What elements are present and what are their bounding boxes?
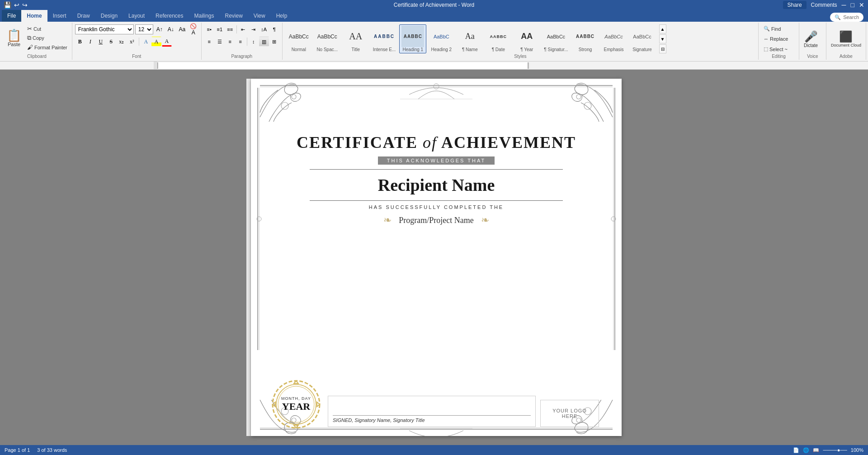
tab-draw[interactable]: Draw bbox=[72, 10, 95, 22]
find-button[interactable]: 🔍 Find bbox=[761, 24, 783, 33]
quick-access-save[interactable]: 💾 bbox=[4, 1, 11, 9]
font-size-select[interactable]: 12 bbox=[135, 24, 153, 34]
tab-help[interactable]: Help bbox=[271, 10, 293, 22]
copy-button[interactable]: ⧉ Copy bbox=[25, 33, 69, 43]
shrink-font-button[interactable]: A↓ bbox=[166, 24, 176, 34]
align-right-button[interactable]: ≡ bbox=[225, 37, 235, 47]
search-box[interactable]: 🔍 Search bbox=[830, 13, 863, 22]
style-signature-line[interactable]: AaBbCc ¶ Signatur... bbox=[542, 24, 570, 53]
replace-button[interactable]: ↔ Replace bbox=[761, 35, 790, 43]
style-no-spacing[interactable]: AaBbCc No Spac... bbox=[314, 24, 341, 53]
style-intense-emphasis[interactable]: AABBC Intense E... bbox=[371, 24, 398, 53]
tab-view[interactable]: View bbox=[248, 10, 271, 22]
share-button[interactable]: Share bbox=[783, 1, 807, 9]
superscript-button[interactable]: x² bbox=[127, 37, 137, 47]
underline-button[interactable]: U bbox=[96, 37, 106, 47]
tab-home[interactable]: Home bbox=[21, 10, 47, 22]
grow-font-button[interactable]: A↑ bbox=[155, 24, 165, 34]
tab-references[interactable]: References bbox=[150, 10, 189, 22]
bold-button[interactable]: B bbox=[75, 37, 85, 47]
tab-layout[interactable]: Layout bbox=[123, 10, 150, 22]
style-normal[interactable]: AaBbCc Normal bbox=[285, 24, 312, 53]
tab-mailings[interactable]: Mailings bbox=[189, 10, 219, 22]
minimize-button[interactable]: ─ bbox=[842, 1, 846, 9]
clipboard-group-label: Clipboard bbox=[5, 54, 69, 60]
svg-text:MONTH, DAY: MONTH, DAY bbox=[281, 396, 311, 401]
align-left-button[interactable]: ≡ bbox=[204, 37, 214, 47]
increase-indent-button[interactable]: ⇥ bbox=[249, 24, 259, 34]
quick-access-undo[interactable]: ↩ bbox=[14, 1, 19, 9]
justify-button[interactable]: ≡ bbox=[236, 37, 245, 47]
tab-review[interactable]: Review bbox=[220, 10, 248, 22]
svg-point-5 bbox=[292, 95, 296, 99]
font-family-select[interactable]: Franklin Gothic bbox=[75, 24, 134, 34]
cut-button[interactable]: ✂ Cut bbox=[25, 24, 69, 33]
style-name[interactable]: Aa ¶ Name bbox=[456, 24, 483, 53]
line-spacing-button[interactable]: ↕ bbox=[249, 37, 259, 47]
italic-button[interactable]: I bbox=[85, 37, 95, 47]
status-right: 📄 🌐 📖 ────●── 100% bbox=[793, 447, 863, 453]
style-signature[interactable]: AaBbCc Signature bbox=[629, 24, 656, 53]
quick-access-redo[interactable]: ↪ bbox=[22, 1, 28, 9]
style-title[interactable]: AA Title bbox=[342, 24, 369, 53]
title-bar-right: Share Comments ─ □ ✕ bbox=[783, 1, 864, 9]
view-read-icon[interactable]: 📖 bbox=[813, 447, 819, 453]
certificate-content: CERTIFICATE of ACHIEVEMENT THIS ACKNOWLE… bbox=[278, 124, 594, 409]
numbering-button[interactable]: ≡1 bbox=[215, 24, 225, 34]
tab-file[interactable]: File bbox=[2, 10, 21, 22]
change-case-button[interactable]: Aa bbox=[177, 24, 187, 34]
show-marks-button[interactable]: ¶ bbox=[269, 24, 279, 34]
clear-formatting-button[interactable]: 🚫A bbox=[189, 24, 198, 34]
style-date[interactable]: AABBC ¶ Date bbox=[485, 24, 512, 53]
styles-scroll-down[interactable]: ▼ bbox=[659, 34, 666, 43]
bullets-button[interactable]: ≡• bbox=[204, 24, 214, 34]
close-button[interactable]: ✕ bbox=[859, 1, 864, 9]
right-ornament-icon: ❧ bbox=[481, 214, 489, 226]
highlight-button[interactable]: A bbox=[151, 37, 161, 47]
style-heading1[interactable]: AABBC Heading 1 bbox=[399, 24, 426, 53]
zoom-slider[interactable]: ────●── bbox=[823, 447, 847, 453]
multilevel-list-button[interactable]: ≡≡ bbox=[225, 24, 235, 34]
style-year[interactable]: AA ¶ Year bbox=[513, 24, 540, 53]
left-border-ornament bbox=[251, 79, 274, 359]
adobe-group-label: Adobe bbox=[829, 54, 863, 60]
select-button[interactable]: ⬚ Select ~ bbox=[761, 45, 790, 53]
program-row: ❧ Program/Project Name ❧ bbox=[383, 214, 489, 226]
dictate-button[interactable]: 🎤 Dictate bbox=[802, 28, 820, 50]
comments-button[interactable]: Comments bbox=[811, 2, 837, 8]
font-group-label: Font bbox=[75, 54, 198, 60]
subscript-button[interactable]: x₂ bbox=[117, 37, 127, 47]
status-left: Page 1 of 1 3 of 33 words bbox=[5, 447, 67, 453]
sort-button[interactable]: ↕A bbox=[259, 24, 269, 34]
app-controls-left: 💾 ↩ ↪ bbox=[4, 1, 28, 9]
title-bar: 💾 ↩ ↪ Certificate of Achievement - Word … bbox=[0, 0, 868, 10]
font-color-button[interactable]: A bbox=[162, 37, 172, 47]
document-page: CERTIFICATE of ACHIEVEMENT THIS ACKNOWLE… bbox=[251, 79, 622, 436]
style-heading2[interactable]: AaBbC Heading 2 bbox=[428, 24, 455, 53]
borders-button[interactable]: ⊞ bbox=[269, 37, 279, 47]
tab-design[interactable]: Design bbox=[95, 10, 123, 22]
paste-label: Paste bbox=[8, 42, 20, 47]
shading-button[interactable]: ▥ bbox=[259, 37, 269, 47]
recipient-name: Recipient Name bbox=[378, 175, 495, 195]
maximize-button[interactable]: □ bbox=[851, 1, 854, 9]
align-center-button[interactable]: ☰ bbox=[215, 37, 225, 47]
format-painter-button[interactable]: 🖌 Format Painter bbox=[25, 43, 69, 52]
paste-button[interactable]: 📋 Paste bbox=[5, 24, 24, 52]
status-bar: Page 1 of 1 3 of 33 words 📄 🌐 📖 ────●── … bbox=[0, 445, 868, 455]
tab-insert[interactable]: Insert bbox=[47, 10, 72, 22]
style-strong[interactable]: AABBC Strong bbox=[572, 24, 599, 53]
svg-point-8 bbox=[434, 84, 439, 89]
styles-more[interactable]: ⊟ bbox=[659, 44, 666, 53]
voice-group: 🎤 Dictate Voice bbox=[799, 23, 826, 60]
ribbon-content: 📋 Paste ✂ Cut ⧉ Copy 🖌 Format Painter Cl… bbox=[0, 22, 868, 62]
decrease-indent-button[interactable]: ⇤ bbox=[238, 24, 248, 34]
voice-group-label: Voice bbox=[802, 54, 823, 60]
view-web-icon[interactable]: 🌐 bbox=[803, 447, 809, 453]
document-cloud-button[interactable]: ⬛ Document Cloud bbox=[829, 28, 863, 50]
style-emphasis[interactable]: AaBbCc Emphasis bbox=[600, 24, 627, 53]
view-normal-icon[interactable]: 📄 bbox=[793, 447, 799, 453]
text-effects-button[interactable]: A bbox=[141, 37, 151, 47]
styles-scroll-up[interactable]: ▲ bbox=[659, 24, 666, 33]
strikethrough-button[interactable]: S bbox=[106, 37, 116, 47]
